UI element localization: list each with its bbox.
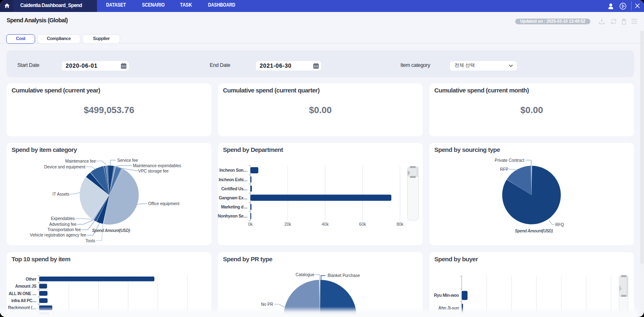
svg-text:Vehicle registration agency fe: Vehicle registration agency fee bbox=[30, 233, 87, 237]
svg-text:Private Contract: Private Contract bbox=[495, 158, 524, 163]
svg-text:Transportation fee: Transportation fee bbox=[47, 227, 81, 232]
svg-text:Gangnam Ex…: Gangnam Ex… bbox=[219, 196, 247, 200]
svg-text:0k: 0k bbox=[248, 222, 253, 227]
svg-text:RFP: RFP bbox=[500, 167, 508, 172]
svg-text:No PR: No PR bbox=[261, 302, 273, 307]
svg-text:Expendables: Expendables bbox=[51, 216, 75, 221]
svg-text:infra All PC…: infra All PC… bbox=[11, 298, 36, 303]
svg-text:Spend Amount(USD): Spend Amount(USD) bbox=[92, 228, 130, 233]
svg-text:20k: 20k bbox=[284, 222, 292, 227]
svg-text:Incheon Son…: Incheon Son… bbox=[220, 168, 248, 173]
svg-text:Incheon Exhi…: Incheon Exhi… bbox=[219, 177, 248, 182]
svg-text:Marketing d…: Marketing d… bbox=[221, 205, 248, 209]
svg-text:Service fee: Service fee bbox=[117, 158, 138, 163]
svg-text:Other: Other bbox=[26, 277, 36, 282]
svg-text:40k: 40k bbox=[322, 222, 329, 227]
svg-text:Spend Amount(USD): Spend Amount(USD) bbox=[515, 229, 553, 233]
svg-text:Catalogue: Catalogue bbox=[296, 272, 315, 277]
svg-text:Advertising fee: Advertising fee bbox=[49, 222, 77, 227]
svg-text:IT Assets: IT Assets bbox=[52, 192, 69, 196]
svg-text:Ryu Min-woo: Ryu Min-woo bbox=[434, 293, 459, 298]
svg-text:Office equipment: Office equipment bbox=[148, 201, 180, 206]
svg-text:Blanket Purchase: Blanket Purchase bbox=[328, 273, 360, 278]
svg-text:60k: 60k bbox=[359, 222, 367, 227]
svg-text:Rackmount (…: Rackmount (… bbox=[8, 305, 37, 310]
svg-text:Ahn Ji-sun: Ahn Ji-sun bbox=[438, 306, 459, 310]
svg-text:ALL IN ONE …: ALL IN ONE … bbox=[9, 291, 36, 296]
svg-text:RFQ: RFQ bbox=[555, 222, 564, 227]
svg-text:Certified Us…: Certified Us… bbox=[221, 187, 248, 191]
svg-text:80k: 80k bbox=[396, 222, 404, 227]
svg-text:VPC storage fee: VPC storage fee bbox=[138, 169, 169, 173]
svg-text:Amount JS: Amount JS bbox=[15, 284, 37, 289]
svg-text:Device and equipment: Device and equipment bbox=[44, 165, 85, 169]
svg-text:Nonhyeon Se…: Nonhyeon Se… bbox=[218, 214, 248, 218]
svg-text:Maintenance fee: Maintenance fee bbox=[65, 159, 96, 163]
svg-text:Maintenance expendables: Maintenance expendables bbox=[133, 163, 181, 168]
svg-text:Tools: Tools bbox=[85, 239, 95, 243]
